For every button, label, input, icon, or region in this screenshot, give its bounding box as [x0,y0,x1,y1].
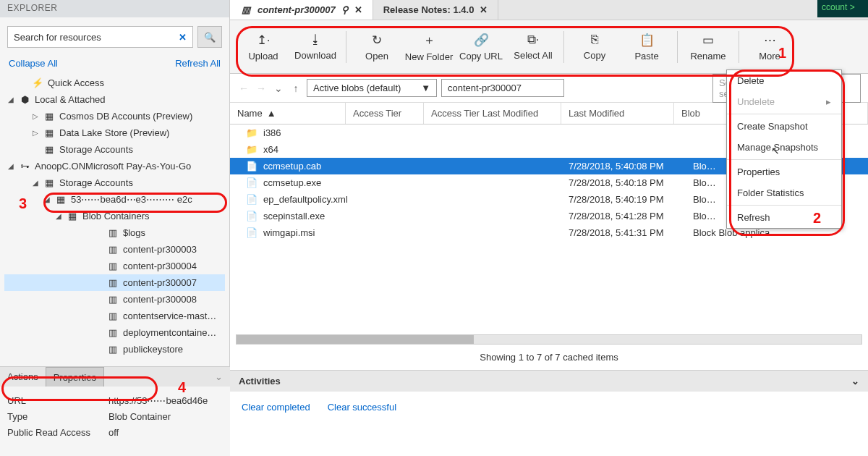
separator [727,205,841,206]
tree-c7[interactable]: ▥content-pr300007 [4,274,225,291]
tree-c4[interactable]: ▥content-pr300004 [4,258,225,274]
plus-icon: ＋ [423,32,435,48]
more-button[interactable]: ⋯More [744,25,796,69]
label: content-pr300003 [123,244,197,255]
cursor-icon: ↖ [771,145,780,156]
copy-url-button[interactable]: 🔗Copy URL [455,25,507,69]
activities-header[interactable]: Activities⌄ [230,370,868,392]
menu-folder-stats[interactable]: Folder Statistics [727,182,841,203]
close-icon[interactable]: ✕ [480,4,488,15]
file-name: scepinstall.exe [263,211,325,221]
tree-c8[interactable]: ▥content-pr300008 [4,291,225,308]
download-button[interactable]: ⭳Download [289,25,341,69]
properties-panel: URLhttps://53⋯⋯bea6d46e TypeBlob Contain… [0,387,230,456]
tree-storage[interactable]: ▦Storage Accounts [4,141,225,158]
search-button[interactable]: 🔍 [197,26,222,48]
label: content-pr300008 [123,294,197,305]
label: AnoopC.ONMicrosoft Pay-As-You-Go [35,161,191,172]
new-folder-button[interactable]: ＋New Folder [403,25,455,69]
label: Quick Access [48,77,104,88]
tab-release-notes[interactable]: Release Notes: 1.4.0✕ [373,0,499,20]
open-button[interactable]: ↻Open [351,25,403,69]
prop-type-key: Type [7,411,109,422]
history-icon[interactable]: ⌄ [272,83,285,94]
rename-button[interactable]: ▭Rename [682,25,734,69]
tree-datalake[interactable]: ▷▦Data Lake Store (Preview) [4,124,225,141]
horizontal-scrollbar[interactable] [236,334,862,345]
label: Storage Accounts [59,177,133,188]
label: Local & Attached [35,94,106,105]
separator [727,114,841,114]
upload-button[interactable]: ↥·Upload [237,25,289,69]
tab-label: content-pr300007 [258,4,336,15]
close-icon[interactable]: ✕ [354,4,362,15]
col-tier-mod[interactable]: Access Tier Last Modified [424,103,561,124]
file-icon: 📁 [246,144,258,155]
tree-local-attached[interactable]: ◢⬢Local & Attached [4,91,225,108]
col-tier[interactable]: Access Tier [346,103,424,124]
tree-logs[interactable]: ▥$logs [4,224,225,241]
activities-body: Clear completed Clear successful [230,392,868,423]
menu-manage-snapshots[interactable]: Manage Snapshots [727,137,841,158]
tree-dep[interactable]: ▥deploymentcontaine… [4,324,225,341]
label: Cosmos DB Accounts (Preview) [59,111,192,122]
collapse-all-link[interactable]: Collapse All [9,58,58,69]
search-row: Search for resources ✕ 🔍 [0,17,229,56]
download-icon: ⭳ [310,33,322,47]
label: Paste [634,51,658,62]
scrollbar-thumb[interactable] [237,335,474,344]
pin-icon[interactable]: ⚲ [341,4,349,15]
file-name: i386 [263,127,281,138]
tree-sub-storage[interactable]: ◢▦Storage Accounts [4,174,225,191]
separator [563,31,564,63]
link-icon: 🔗 [474,33,489,48]
file-modified: 7/28/2018, 5:41:28 PM [561,211,686,221]
file-name: wimgapi.msi [263,227,315,238]
overlay-account: ccount > [817,0,868,17]
select-all-button[interactable]: ⧉·Select All [507,25,559,69]
label: Upload [248,51,278,62]
tree-account[interactable]: ◢▦53⋯⋯bea6d⋯e3⋯⋯⋯ e2c [4,191,225,208]
tab-properties[interactable]: Properties [46,367,104,387]
clear-completed-link[interactable]: Clear completed [242,402,310,413]
path-input[interactable]: content-pr300007 [441,79,564,97]
separator [727,159,841,160]
chevron-down-icon[interactable]: ⌄ [215,371,223,382]
up-icon[interactable]: ↑ [289,83,302,94]
tab-container[interactable]: ▥content-pr300007⚲✕ [230,0,373,20]
col-mod[interactable]: Last Modified [561,103,674,124]
tree-c3[interactable]: ▥content-pr300003 [4,241,225,258]
copy-button[interactable]: ⎘Copy [569,25,621,69]
tree-actions: Collapse All Refresh All [0,56,229,75]
tree-cosmos[interactable]: ▷▦Cosmos DB Accounts (Preview) [4,108,225,124]
tree-blob-containers[interactable]: ◢▦Blob Containers [4,208,225,224]
label: deploymentcontaine… [123,327,216,338]
chevron-down-icon: ▼ [421,83,430,93]
file-icon: 📄 [246,211,258,221]
file-icon: 📄 [246,227,258,238]
menu-properties[interactable]: Properties [727,161,841,182]
back-icon: ← [237,83,250,94]
label: Download [294,50,336,61]
prop-pra-key: Public Read Access [7,427,109,438]
menu-undelete: Undelete [727,91,841,112]
menu-refresh[interactable]: Refresh [727,207,841,228]
separator [739,31,739,63]
col-name[interactable]: Name▲ [230,103,346,124]
menu-create-snapshot[interactable]: Create Snapshot [727,116,841,137]
tab-actions[interactable]: Actions [0,367,46,387]
search-input[interactable]: Search for resources ✕ [7,26,193,48]
refresh-all-link[interactable]: Refresh All [175,58,221,69]
label: Open [365,51,388,62]
clear-icon[interactable]: ✕ [179,32,187,43]
label: Select All [514,50,552,61]
clear-successful-link[interactable]: Clear successful [328,402,396,413]
label: Activities [239,376,281,387]
filter-dropdown[interactable]: Active blobs (default)▼ [307,79,437,97]
menu-delete[interactable]: Delete [727,70,841,91]
chevron-down-icon[interactable]: ⌄ [851,376,859,387]
tree-subscription[interactable]: ◢🗝AnoopC.ONMicrosoft Pay-As-You-Go [4,158,225,174]
tree-svc[interactable]: ▥contentservice-mast… [4,308,225,324]
tree-quick-access[interactable]: ⚡Quick Access [4,75,225,91]
tree-pub[interactable]: ▥publickeystore [4,341,225,358]
